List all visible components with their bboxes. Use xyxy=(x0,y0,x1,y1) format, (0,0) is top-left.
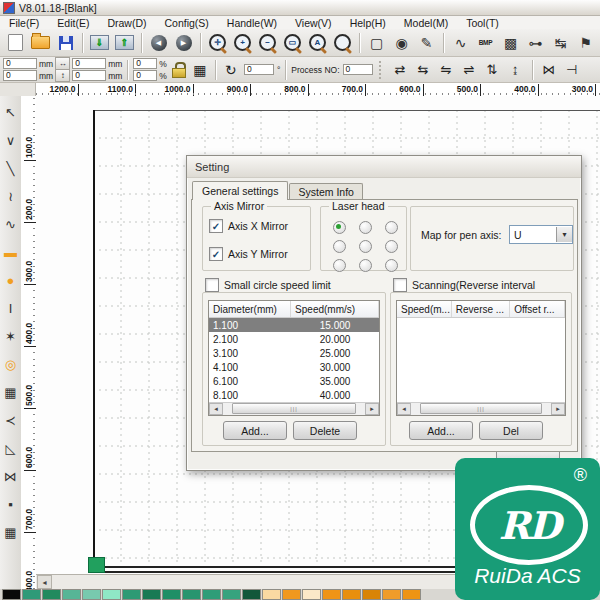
chevron-down-icon[interactable]: ▾ xyxy=(556,227,572,242)
axis-y-mirror-checkbox[interactable]: ✓ Axis Y Mirror xyxy=(209,247,288,261)
pick-center-icon[interactable]: ◉ xyxy=(389,31,414,54)
select-icon[interactable]: ↖ xyxy=(1,98,20,126)
table-row[interactable]: 2.10020.000 xyxy=(209,332,379,346)
scroll-left-icon[interactable]: ◂ xyxy=(397,403,411,415)
palette-swatch[interactable] xyxy=(222,589,241,600)
palette-swatch[interactable] xyxy=(282,589,301,600)
menu-item-configs[interactable]: Config(S) xyxy=(156,17,218,29)
export-image-icon[interactable]: ⇑ xyxy=(112,31,137,54)
palette-swatch[interactable] xyxy=(102,589,121,600)
scrollbar-thumb[interactable]: ||| xyxy=(232,403,355,414)
rectangle-icon[interactable]: ▬ xyxy=(1,238,20,266)
menu-item-helph[interactable]: Help(H) xyxy=(341,17,395,29)
back-icon[interactable]: ◀ xyxy=(146,31,171,54)
laser-head-radio[interactable] xyxy=(385,259,398,272)
height-field[interactable]: 0 xyxy=(72,70,106,81)
palette-swatch[interactable] xyxy=(362,589,381,600)
scroll-left-icon[interactable]: ◂ xyxy=(209,403,223,415)
rotate-field[interactable]: 0 xyxy=(244,64,274,75)
edit-pen-icon[interactable]: ✎ xyxy=(414,31,439,54)
laser-head-radio[interactable] xyxy=(359,240,372,253)
curve-icon[interactable]: ∿ xyxy=(1,210,20,238)
speed-limit-table[interactable]: Diameter(mm)Speed(mm/s)1.10015.0002.1002… xyxy=(208,300,380,416)
column-header[interactable]: Diameter(mm) xyxy=(209,301,291,317)
palette-swatch[interactable] xyxy=(202,589,221,600)
delete-speed-button[interactable]: Delete xyxy=(293,421,357,440)
scroll-left-icon[interactable]: ◂ xyxy=(37,575,52,589)
select-rect-icon[interactable]: ▢ xyxy=(364,31,389,54)
menu-item-toolt[interactable]: Tool(T) xyxy=(457,17,508,29)
mirror-a-icon[interactable]: ⇄ xyxy=(389,60,412,80)
laser-head-radio[interactable] xyxy=(359,259,372,272)
node-edit-icon[interactable]: ∨ xyxy=(1,126,20,154)
menu-item-edite[interactable]: Edit(E) xyxy=(48,17,98,29)
table-grid-icon[interactable]: ▦ xyxy=(190,62,210,78)
palette-swatch[interactable] xyxy=(122,589,141,600)
palette-swatch[interactable] xyxy=(62,589,81,600)
grid-icon[interactable]: ▦ xyxy=(1,378,20,406)
axis-x-mirror-checkbox[interactable]: ✓ Axis X Mirror xyxy=(209,219,288,233)
palette-swatch[interactable] xyxy=(162,589,181,600)
laser-head-radio[interactable] xyxy=(333,221,346,234)
dialog-title-bar[interactable]: Setting xyxy=(187,156,581,178)
scanning-table[interactable]: Speed(m...Reverse ...Offset r...◂|||▸ xyxy=(396,300,566,416)
column-header[interactable]: Speed(m... xyxy=(397,301,452,317)
fill-rect-icon[interactable]: ▩ xyxy=(498,31,523,54)
zoom-pan-icon[interactable]: ✛ xyxy=(205,31,230,54)
table-row[interactable]: 4.10030.000 xyxy=(209,360,379,374)
h-measure-icon[interactable]: ↹ xyxy=(548,31,573,54)
aspect-lock-icon[interactable] xyxy=(172,62,185,78)
line-icon[interactable]: ╲ xyxy=(1,154,20,182)
palette-swatch[interactable] xyxy=(302,589,321,600)
zoom-out-icon[interactable]: − xyxy=(255,31,280,54)
weld-icon[interactable]: ≺ xyxy=(1,406,20,434)
text-icon[interactable]: I xyxy=(1,294,20,322)
ellipse-icon[interactable]: ● xyxy=(1,266,20,294)
column-header[interactable]: Offset r... xyxy=(510,301,565,317)
polyline-icon[interactable]: ≀ xyxy=(1,182,20,210)
zoom-in-icon[interactable]: + xyxy=(230,31,255,54)
flip-horizontal-icon[interactable]: ⇋ xyxy=(435,60,458,80)
save-icon[interactable] xyxy=(53,31,78,54)
palette-swatch[interactable] xyxy=(42,589,61,600)
table-row[interactable]: 3.10025.000 xyxy=(209,346,379,360)
menu-item-filef[interactable]: File(F) xyxy=(0,17,48,29)
small-circle-checkbox[interactable]: Small circle speed limit xyxy=(205,278,331,292)
process-no-field[interactable]: 0 xyxy=(343,64,373,75)
import-image-icon[interactable]: ⇓ xyxy=(87,31,112,54)
palette-swatch[interactable] xyxy=(322,589,341,600)
toolbar-grip[interactable] xyxy=(379,61,383,79)
spiral-icon[interactable]: ◎ xyxy=(1,350,20,378)
zoom-all-icon[interactable]: A xyxy=(305,31,330,54)
del-scanning-button[interactable]: Del xyxy=(479,421,543,440)
y-position-field[interactable]: 0 xyxy=(3,70,37,81)
menu-item-drawd[interactable]: Draw(D) xyxy=(98,17,155,29)
table-row[interactable]: 8.10040.000 xyxy=(209,388,379,402)
palette-swatch[interactable] xyxy=(402,589,421,600)
palette-swatch[interactable] xyxy=(182,589,201,600)
star-icon[interactable]: ✶ xyxy=(1,322,20,350)
flip-horizontal2-icon[interactable]: ⇌ xyxy=(458,60,481,80)
column-header[interactable]: Speed(mm/s) xyxy=(291,301,379,317)
flip-vertical2-icon[interactable]: ↨ xyxy=(504,60,527,80)
height-lock-icon[interactable]: ↕ xyxy=(55,69,70,82)
table-scrollbar[interactable]: ◂|||▸ xyxy=(397,402,565,415)
laser-head-radio[interactable] xyxy=(385,240,398,253)
palette-swatch[interactable] xyxy=(262,589,281,600)
curve-tool-icon[interactable]: ∿ xyxy=(448,31,473,54)
table-row[interactable]: 1.10015.000 xyxy=(209,318,379,332)
palette-swatch[interactable] xyxy=(242,589,261,600)
align-vertical-icon[interactable]: ⊣ xyxy=(561,60,584,80)
width-field[interactable]: 0 xyxy=(72,58,106,69)
mirror-b-icon[interactable]: ⇆ xyxy=(412,60,435,80)
add-scanning-button[interactable]: Add... xyxy=(409,421,473,440)
palette-swatch[interactable] xyxy=(382,589,401,600)
flip-vertical-icon[interactable]: ⇅ xyxy=(481,60,504,80)
zoom-select-icon[interactable] xyxy=(330,31,355,54)
scroll-right-icon[interactable]: ▸ xyxy=(365,403,379,415)
flag-icon[interactable]: ⚑ xyxy=(573,31,598,54)
zoom-page-icon[interactable]: ▭ xyxy=(280,31,305,54)
window-title-bar[interactable]: V8.01.18-[Blank] xyxy=(0,0,600,16)
pen-axis-dropdown[interactable]: U ▾ xyxy=(509,225,573,244)
mirror-icon[interactable]: ⋈ xyxy=(1,462,20,490)
